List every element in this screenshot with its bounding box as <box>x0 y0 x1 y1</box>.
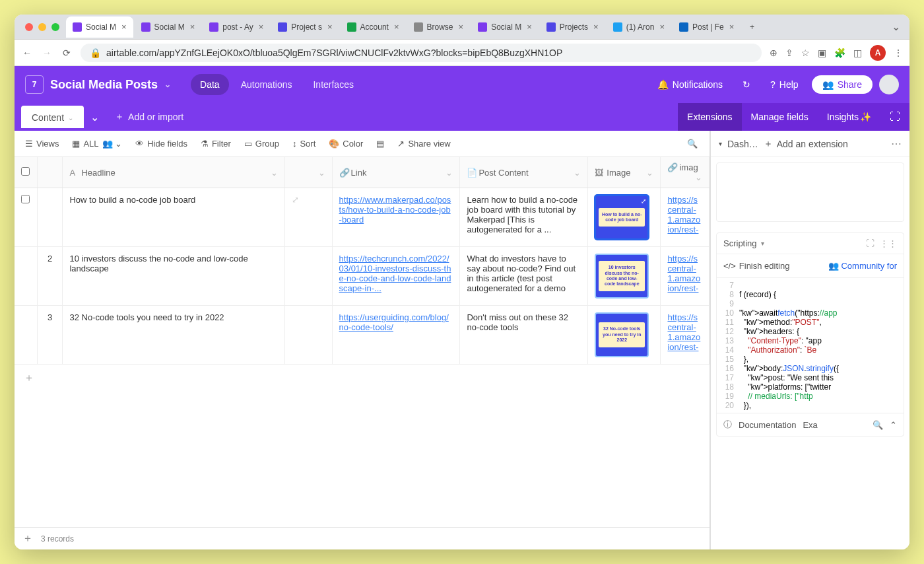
base-dropdown-icon[interactable]: ⌄ <box>164 80 171 89</box>
color-button[interactable]: 🎨 Color <box>323 135 368 153</box>
close-tab-icon[interactable]: × <box>121 22 127 32</box>
content-cell[interactable]: What do investors have to say about no-c… <box>460 247 588 306</box>
header-tab-data[interactable]: Data <box>191 74 229 95</box>
primary-expand-cell[interactable] <box>285 306 332 365</box>
extensions-menu-icon[interactable]: ⋯ <box>891 137 902 150</box>
image-url-cell[interactable]: https://s central-1.amazo ion/rest- <box>661 306 710 365</box>
search-button[interactable]: 🔍 <box>680 135 704 153</box>
close-tab-icon[interactable]: × <box>659 22 665 32</box>
right-tab-insights[interactable]: Insights✨ <box>818 103 880 131</box>
header-tab-automations[interactable]: Automations <box>232 74 302 95</box>
code-editor[interactable]: 78f (record) {910"kw">await fetch("https… <box>717 278 904 413</box>
image-cell[interactable]: ⤢How to build a no-code job board <box>588 188 661 247</box>
column-header[interactable] <box>37 157 63 188</box>
browser-tab[interactable]: Browse× <box>407 17 471 38</box>
link-cell[interactable]: https://userguiding.com/blog/no-code-too… <box>332 306 460 365</box>
column-header[interactable] <box>15 157 37 188</box>
table-tab-content[interactable]: Content ⌄ <box>21 106 84 128</box>
image-url-cell[interactable]: https://s central-1.amazo ion/rest- <box>661 247 710 306</box>
back-button[interactable]: ← <box>21 47 33 59</box>
base-title[interactable]: 7 Social Media Posts ⌄ <box>25 75 171 94</box>
maximize-window-icon[interactable] <box>51 23 59 31</box>
finish-editing-button[interactable]: </> Finish editing <box>723 261 789 271</box>
hide-fields-button[interactable]: 👁 Hide fields <box>130 135 193 153</box>
views-button[interactable]: ☰ Views <box>20 135 64 153</box>
close-tab-icon[interactable]: × <box>527 22 532 32</box>
content-cell[interactable]: Don't miss out on these 32 no-code tools <box>460 306 588 365</box>
column-header[interactable]: 🔗Link ⌄ <box>332 157 460 188</box>
share-button[interactable]: 👥Share <box>812 75 873 94</box>
dashboard-label[interactable]: Dash… <box>727 139 758 149</box>
row-checkbox-cell[interactable] <box>15 188 37 247</box>
column-header[interactable]: 🖼Image ⌄ <box>588 157 661 188</box>
row-checkbox-cell[interactable] <box>15 247 37 306</box>
browser-menu-icon[interactable]: ⋮ <box>894 48 903 58</box>
table-row[interactable]: 2 10 investors discuss the no-code and l… <box>15 247 710 306</box>
image-cell[interactable]: 32 No-code tools you need to try in 2022 <box>588 306 661 365</box>
code-line[interactable]: f (record) { <box>739 290 776 299</box>
help-button[interactable]: ?Help <box>764 75 805 94</box>
field-menu-icon[interactable]: ⌄ <box>574 168 581 178</box>
field-menu-icon[interactable]: ⌄ <box>318 168 325 178</box>
doc-search-icon[interactable]: 🔍 <box>873 420 883 430</box>
expand-image-icon[interactable]: ⤢ <box>641 197 646 205</box>
add-extension-button[interactable]: ＋ Add an extension <box>764 138 848 150</box>
add-row-button[interactable]: ＋ <box>15 365 710 392</box>
sidepanel-icon[interactable]: ◫ <box>853 48 862 58</box>
reload-button[interactable]: ⟳ <box>61 47 73 59</box>
code-line[interactable]: "kw">post <box>739 373 783 382</box>
scripting-block-label[interactable]: Scripting <box>723 238 757 248</box>
image-thumbnail[interactable]: 10 investors discuss the no-code and low… <box>595 254 649 299</box>
collapse-docs-icon[interactable]: ⌃ <box>890 420 897 430</box>
dashboard-collapse-icon[interactable]: ▾ <box>719 140 722 147</box>
browser-tab[interactable]: Social M× <box>471 17 539 38</box>
content-cell[interactable]: Learn how to build a no-code job board w… <box>460 188 588 247</box>
browser-tab[interactable]: Project s× <box>271 17 339 38</box>
forward-button[interactable]: → <box>41 47 53 59</box>
browser-tab[interactable]: Account× <box>341 17 406 38</box>
image-thumbnail[interactable]: ⤢How to build a no-code job board <box>595 195 649 240</box>
filter-button[interactable]: ⚗ Filter <box>195 135 236 153</box>
drag-handle-icon[interactable]: ⋮⋮ <box>880 238 897 248</box>
sort-button[interactable]: ↕ Sort <box>287 135 321 153</box>
headline-cell[interactable]: How to build a no-code job board <box>63 188 285 247</box>
close-tab-icon[interactable]: × <box>729 22 735 32</box>
row-height-button[interactable]: ▤ <box>371 135 389 153</box>
field-menu-icon[interactable]: ⌄ <box>695 172 702 182</box>
code-line[interactable]: "kw">headers <box>739 327 792 336</box>
examples-link[interactable]: Exa <box>803 420 817 430</box>
header-tab-interfaces[interactable]: Interfaces <box>304 74 362 95</box>
grid-view-selector[interactable]: ▦ ALL 👥 ⌄ <box>67 135 127 153</box>
right-tab-extensions[interactable]: Extensions <box>678 103 741 131</box>
extension-icon-1[interactable]: ▣ <box>818 48 826 58</box>
browser-tab[interactable]: Post | Fe× <box>673 17 741 38</box>
close-tab-icon[interactable]: × <box>394 22 399 32</box>
add-or-import-button[interactable]: ＋ Add or import <box>106 111 193 123</box>
close-tab-icon[interactable]: × <box>593 22 599 32</box>
history-button[interactable]: ↻ <box>736 75 757 94</box>
code-line[interactable]: "kw">await <box>739 308 777 318</box>
share-icon[interactable]: ⇪ <box>785 48 793 58</box>
column-header[interactable]: 📄Post Content ⌄ <box>460 157 588 188</box>
bookmark-icon[interactable]: ☆ <box>801 48 810 58</box>
code-line[interactable]: }), <box>739 401 751 410</box>
code-line[interactable]: "Content-Type": "app <box>739 336 822 345</box>
column-header[interactable]: ⌄ <box>285 157 332 188</box>
headline-cell[interactable]: 32 No-code tools you need to try in 2022 <box>63 306 285 365</box>
row-checkbox[interactable] <box>21 195 30 203</box>
zoom-icon[interactable]: ⊕ <box>770 48 777 58</box>
documentation-link[interactable]: Documentation <box>739 420 796 430</box>
expand-block-icon[interactable]: ⛶ <box>866 238 874 248</box>
code-line[interactable]: "kw">method <box>739 318 790 327</box>
primary-expand-cell[interactable]: ⤢ <box>285 188 332 247</box>
user-avatar[interactable] <box>879 75 899 94</box>
footer-add-button[interactable]: ＋ <box>22 532 33 546</box>
scripting-dropdown-icon[interactable]: ▾ <box>761 240 764 247</box>
column-header[interactable]: 🔗imag ⌄ <box>661 157 710 188</box>
url-input[interactable]: 🔒 airtable.com/appYZnfGLEejOK0xO/tbluoa5… <box>81 44 762 62</box>
browser-tab[interactable]: Social M× <box>66 17 133 38</box>
primary-expand-cell[interactable] <box>285 247 332 306</box>
profile-avatar[interactable]: A <box>870 45 886 61</box>
code-line[interactable]: }, <box>739 355 748 364</box>
community-link[interactable]: 👥 Community for <box>828 261 897 271</box>
